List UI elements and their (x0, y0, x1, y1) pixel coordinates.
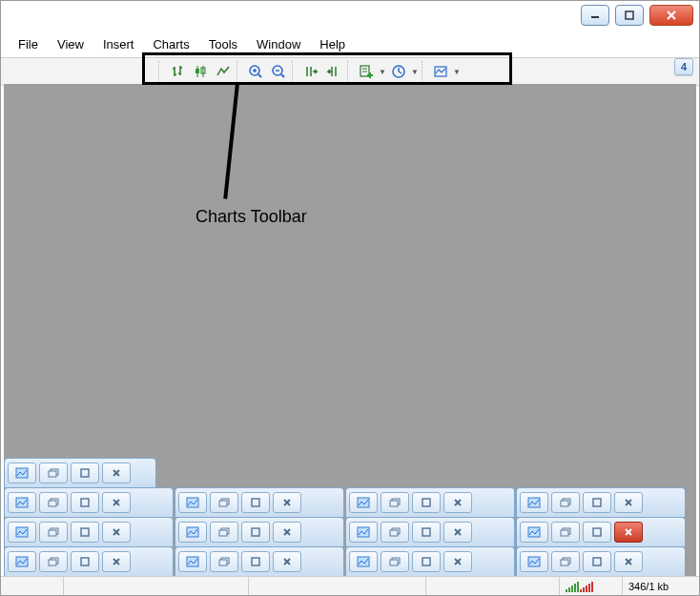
auto-scroll-icon[interactable] (300, 61, 321, 82)
minimized-chart-window[interactable] (516, 517, 686, 547)
restore-icon[interactable] (210, 492, 238, 513)
restore-icon[interactable] (210, 551, 238, 572)
menu-tools[interactable]: Tools (199, 35, 247, 53)
restore-icon[interactable] (381, 492, 409, 513)
svg-rect-90 (49, 560, 56, 565)
close-icon[interactable] (102, 492, 131, 513)
minimized-chart-window[interactable] (4, 517, 174, 547)
minimized-chart-window[interactable] (516, 487, 686, 518)
svg-rect-85 (593, 528, 601, 536)
chart-window-icon[interactable] (8, 522, 36, 543)
svg-rect-40 (16, 498, 28, 507)
chart-window-icon[interactable] (520, 551, 548, 572)
menu-file[interactable]: File (9, 35, 48, 53)
menu-view[interactable]: View (48, 35, 93, 53)
chart-window-icon[interactable] (8, 492, 36, 513)
chart-window-icon[interactable] (178, 551, 207, 572)
menu-help[interactable]: Help (310, 35, 355, 53)
minimized-chart-window[interactable] (175, 517, 344, 547)
chart-window-icon[interactable] (349, 492, 378, 513)
maximize-icon[interactable] (241, 492, 270, 513)
svg-line-19 (281, 74, 284, 77)
close-icon[interactable] (273, 492, 301, 513)
menu-insert[interactable]: Insert (93, 35, 144, 53)
minimized-chart-window[interactable] (4, 458, 156, 488)
restore-icon[interactable] (551, 551, 580, 572)
maximize-icon[interactable] (412, 522, 441, 543)
minimized-chart-window[interactable] (175, 487, 344, 518)
minimized-chart-window[interactable] (516, 546, 686, 577)
close-icon[interactable] (443, 492, 472, 513)
indicators-dropdown[interactable]: ▼ (379, 68, 386, 76)
restore-icon[interactable] (210, 522, 238, 543)
templates-icon[interactable] (430, 61, 451, 82)
chart-window-icon[interactable] (349, 551, 378, 572)
chart-window-icon[interactable] (8, 462, 36, 483)
restore-icon[interactable] (39, 462, 68, 483)
close-icon[interactable] (102, 551, 131, 572)
minimized-chart-window[interactable] (4, 546, 174, 577)
close-icon[interactable] (614, 551, 643, 572)
restore-icon[interactable] (39, 522, 68, 543)
zoom-out-icon[interactable] (268, 61, 289, 82)
svg-rect-42 (49, 501, 56, 506)
chart-window-icon[interactable] (178, 522, 207, 543)
templates-dropdown[interactable]: ▼ (453, 68, 461, 76)
menu-window[interactable]: Window (247, 35, 310, 53)
chart-window-icon[interactable] (520, 492, 548, 513)
restore-icon[interactable] (551, 492, 580, 513)
minimized-window-row (4, 458, 696, 487)
svg-rect-103 (422, 558, 430, 565)
restore-icon[interactable] (39, 551, 68, 572)
minimized-windows-area (4, 458, 696, 576)
minimized-chart-window[interactable] (345, 546, 515, 577)
close-icon[interactable] (102, 522, 131, 543)
restore-icon[interactable] (381, 551, 409, 572)
bar-chart-icon[interactable] (167, 61, 188, 82)
maximize-icon[interactable] (71, 462, 99, 483)
status-cell (1, 577, 64, 595)
close-icon[interactable] (614, 522, 643, 543)
chart-window-icon[interactable] (178, 492, 207, 513)
chart-window-icon[interactable] (520, 522, 548, 543)
minimized-chart-window[interactable] (175, 546, 344, 577)
maximize-button[interactable] (615, 5, 644, 26)
chart-window-icon[interactable] (8, 551, 36, 572)
status-cell (426, 577, 560, 595)
close-icon[interactable] (102, 462, 131, 483)
maximize-icon[interactable] (241, 522, 270, 543)
menu-charts[interactable]: Charts (143, 35, 198, 53)
close-icon[interactable] (614, 492, 643, 513)
restore-icon[interactable] (381, 522, 409, 543)
maximize-icon[interactable] (241, 551, 270, 572)
minimized-chart-window[interactable] (345, 487, 515, 518)
close-icon[interactable] (273, 522, 301, 543)
chart-window-icon[interactable] (349, 522, 378, 543)
close-button[interactable] (649, 5, 693, 26)
minimize-button[interactable] (581, 5, 609, 26)
maximize-icon[interactable] (583, 522, 611, 543)
maximize-icon[interactable] (412, 551, 441, 572)
svg-line-15 (258, 74, 261, 77)
maximize-icon[interactable] (71, 492, 99, 513)
maximize-icon[interactable] (583, 551, 611, 572)
close-icon[interactable] (443, 551, 472, 572)
minimized-chart-window[interactable] (4, 487, 174, 518)
line-chart-icon[interactable] (213, 61, 234, 82)
minimized-chart-window[interactable] (345, 517, 515, 547)
candlestick-icon[interactable] (190, 61, 211, 82)
restore-icon[interactable] (551, 522, 580, 543)
zoom-in-icon[interactable] (245, 61, 266, 82)
close-icon[interactable] (273, 551, 301, 572)
periods-icon[interactable] (388, 61, 409, 82)
maximize-icon[interactable] (71, 522, 99, 543)
maximize-icon[interactable] (583, 492, 611, 513)
close-icon[interactable] (443, 522, 472, 543)
new-messages-badge[interactable]: 4 (674, 58, 693, 75)
restore-icon[interactable] (39, 492, 68, 513)
maximize-icon[interactable] (412, 492, 441, 513)
indicators-icon[interactable] (356, 61, 377, 82)
maximize-icon[interactable] (71, 551, 99, 572)
chart-shift-icon[interactable] (323, 61, 344, 82)
periods-dropdown[interactable]: ▼ (411, 68, 419, 76)
